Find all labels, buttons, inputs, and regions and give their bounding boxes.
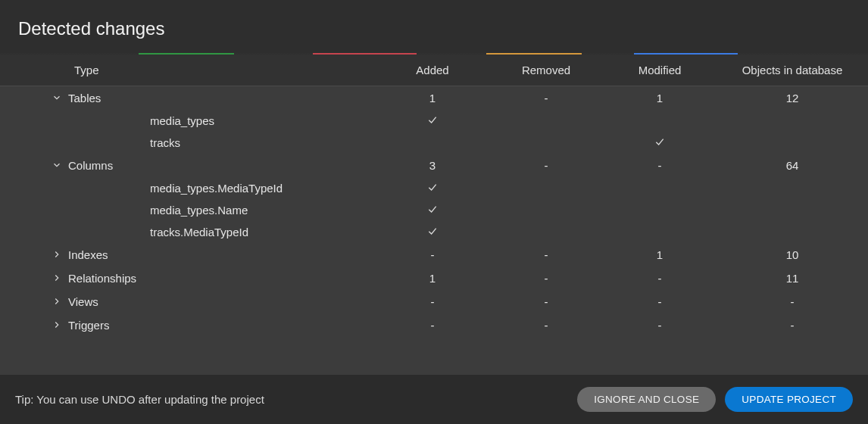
category-label: Indexes: [68, 243, 376, 267]
changes-table-wrap: Type Added Removed Modified Objects in d…: [0, 55, 868, 375]
category-row-indexes[interactable]: Indexes - - 1 10: [0, 243, 868, 267]
check-icon: [426, 181, 439, 193]
category-row-views[interactable]: Views - - - -: [0, 290, 868, 313]
category-row-columns[interactable]: Columns 3 - - 64: [0, 154, 868, 177]
cell-db: 10: [717, 243, 868, 267]
cell-removed: -: [489, 243, 603, 267]
cell-removed: [489, 110, 603, 132]
dialog-titlebar: Detected changes: [0, 0, 868, 53]
category-row-relationships[interactable]: Relationships 1 - - 11: [0, 267, 868, 290]
child-label: tracks: [68, 132, 376, 154]
check-icon: [426, 203, 439, 215]
update-project-button[interactable]: UPDATE PROJECT: [725, 387, 853, 412]
chevron-right-icon: [52, 320, 62, 330]
cell-db: 64: [717, 154, 868, 177]
detected-changes-dialog: Detected changes Type Added Removed Modi…: [0, 0, 868, 424]
cell-db: -: [717, 313, 868, 337]
chevron-right-icon: [52, 249, 62, 260]
footer-tip: Tip: You can use UNDO after updating the…: [15, 393, 568, 406]
cell-modified: 1: [603, 243, 717, 267]
chevron-down-icon: [52, 92, 62, 103]
cell-added: 3: [376, 154, 489, 177]
table-header-row: Type Added Removed Modified Objects in d…: [0, 55, 868, 86]
col-modified: Modified: [603, 55, 717, 86]
child-row-media_types-mediatypeid[interactable]: media_types.MediaTypeId: [0, 177, 868, 199]
cell-removed: -: [489, 154, 603, 177]
cell-modified: 1: [603, 86, 717, 111]
chevron-down-icon: [52, 160, 62, 170]
child-row-media_types-name[interactable]: media_types.Name: [0, 199, 868, 221]
col-type: Type: [68, 55, 376, 86]
check-icon: [654, 136, 666, 148]
cell-added: 1: [376, 267, 489, 290]
col-db: Objects in database: [717, 55, 868, 86]
cell-removed: -: [489, 86, 603, 111]
cell-added: 1: [376, 86, 489, 111]
cell-added: -: [376, 290, 489, 313]
dialog-title: Detected changes: [18, 18, 850, 39]
category-label: Relationships: [68, 267, 376, 290]
chevron-right-icon: [52, 273, 62, 283]
cell-modified: -: [603, 290, 717, 313]
cell-modified: -: [603, 154, 717, 177]
col-added: Added: [376, 55, 489, 86]
cell-modified: [603, 110, 717, 132]
cell-added: -: [376, 313, 489, 337]
cell-modified: -: [603, 313, 717, 337]
chevron-right-icon: [52, 296, 62, 307]
cell-added: [376, 110, 489, 132]
category-label: Triggers: [68, 313, 376, 337]
child-row-media_types[interactable]: media_types: [0, 110, 868, 132]
cell-db: 12: [717, 86, 868, 111]
child-label: media_types.Name: [68, 199, 376, 221]
check-icon: [426, 114, 439, 126]
check-icon: [426, 225, 439, 237]
cell-modified: [603, 132, 717, 154]
category-row-triggers[interactable]: Triggers - - - -: [0, 313, 868, 337]
child-label: media_types.MediaTypeId: [68, 177, 376, 199]
cell-db: [717, 110, 868, 132]
ignore-and-close-button[interactable]: IGNORE AND CLOSE: [577, 387, 716, 412]
child-row-tracks[interactable]: tracks: [0, 132, 868, 154]
col-removed: Removed: [489, 55, 603, 86]
cell-db: 11: [717, 267, 868, 290]
cell-added: -: [376, 243, 489, 267]
category-label: Columns: [68, 154, 376, 177]
child-label: media_types: [68, 110, 376, 132]
cell-db: -: [717, 290, 868, 313]
cell-modified: -: [603, 267, 717, 290]
cell-removed: -: [489, 290, 603, 313]
category-label: Tables: [68, 86, 376, 111]
category-row-tables[interactable]: Tables 1 - 1 12: [0, 86, 868, 111]
cell-removed: -: [489, 313, 603, 337]
dialog-footer: Tip: You can use UNDO after updating the…: [0, 375, 868, 424]
accent-divider: [0, 53, 868, 55]
changes-table: Type Added Removed Modified Objects in d…: [0, 55, 868, 337]
child-row-tracks-mediatypeid[interactable]: tracks.MediaTypeId: [0, 221, 868, 243]
cell-removed: -: [489, 267, 603, 290]
child-label: tracks.MediaTypeId: [68, 221, 376, 243]
category-label: Views: [68, 290, 376, 313]
